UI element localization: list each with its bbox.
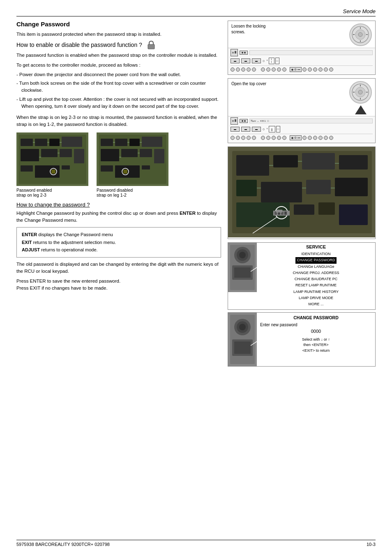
svg-rect-40 [123,170,127,174]
svg-rect-30 [154,149,164,163]
fraction-box-3: || [269,126,275,132]
bullet-item-2: Turn both lock screws on the side of the… [16,80,221,94]
svg-rect-26 [142,137,162,147]
open-dot-1 [231,136,235,140]
photo-grid: Password enabled strap on leg 2-3 [16,132,221,197]
footer-left: 5975938 BARCOREALITY 9200TCR+ 020798 [16,542,110,547]
dots-group-1 [231,67,256,72]
large-pcb-photo [228,147,376,237]
svg-rect-13 [62,165,70,170]
svg-rect-49 [235,51,236,53]
open-circle-svg [351,83,370,102]
dot-1 [231,67,235,72]
board-photo-inner-2 [97,132,168,186]
footer-right: 10-3 [367,542,376,547]
bar-indicator-2: ¹⁄₁₀₀ - 4 8 1 □ [249,118,373,123]
bullet-item-1: Power down the projector and disconnect … [16,71,221,78]
svg-rect-28 [121,149,138,157]
dot-4 [247,67,251,72]
open-dot-13 [313,136,317,140]
open-btn-1: ▬ [231,127,240,132]
dots-group-3 [302,67,333,72]
menu-item-change-password: CHANGE PASSWORD [295,257,337,263]
btn-1: ▬ [231,58,240,63]
svg-rect-5 [49,139,60,146]
open-dot-4 [247,136,251,140]
svg-rect-57 [232,120,234,122]
open-cover-right [349,81,372,114]
panel-switch-2 [231,117,238,125]
svg-rect-58 [235,119,236,122]
how-enable-title: How to enable or disable the password fu… [16,40,221,49]
svg-rect-10 [74,149,84,163]
svg-rect-11 [21,165,33,172]
section-intro: This item is password protected when the… [16,31,221,38]
projector-svg-pw [228,313,257,366]
open-circle [349,81,372,104]
arrow-up-icon [355,105,367,114]
svg-rect-12 [35,165,60,178]
open-dot-2 [236,136,240,140]
strap-info: When the strap is on leg 2-3 or no strap… [16,114,221,128]
open-cover-controls: ¹⁄₁₀₀ - 4 8 1 □ ▬ ▬ ▬ ○ ° || [228,116,375,143]
enter-new-label: Enter new password [260,323,372,327]
loosen-top-row: Loosen the locking screws. [228,21,375,48]
indicator-right: ⊙ ▪▪▪ [290,67,302,72]
menu-item-reset-lamp: RESET LAMP RUNTIME [260,282,372,288]
projector-photo-service [228,243,257,292]
svg-rect-62 [273,155,298,167]
dot-14 [318,67,323,72]
open-cover-top-row: Open the top cover [228,79,375,116]
pw-title: CHANGE PASSWORD [260,315,372,320]
svg-rect-6 [62,137,82,147]
dots-container: ⊙ ▪▪▪ [231,67,373,72]
board-photo-inner [16,132,88,186]
svg-rect-7 [21,149,39,161]
controls-row-2: ▬ ▬ ▬ ○ ° I | □ [231,58,373,64]
open-dot-11 [302,136,307,140]
pcb-svg-disabled [97,132,168,186]
caption-enabled: Password enabled strap on leg 2-3 [16,188,88,197]
bar-indicator [249,50,373,55]
svg-rect-24 [115,139,127,146]
loosen-circle-svg [351,26,370,44]
open-dot-14 [318,136,323,140]
svg-rect-9 [60,149,72,157]
fraction-box2: □ [275,58,279,64]
caption-disabled: Password disabled strap on leg 1-2 [97,188,168,197]
projector-photo-pw [228,313,257,366]
indicator-dots-2 [240,119,248,123]
board-photo-disabled [97,132,168,186]
svg-rect-68 [335,178,368,196]
svg-rect-65 [236,180,257,196]
info-box: ENTER displays the Change Password menu … [16,227,221,258]
loosen-controls: ▬ ▬ ▬ ○ ° I | □ [228,48,375,74]
svg-rect-4 [35,139,47,146]
menu-item-change-language: CHANGe LANGUAGe [260,264,372,270]
page-header: Service Mode [16,8,376,16]
svg-rect-86 [284,211,287,215]
open-controls-row-1: ¹⁄₁₀₀ - 4 8 1 □ [231,117,373,125]
lock-icon [145,40,157,49]
open-indicator-right: ⊙ ▪▪▪ [290,135,302,140]
projector-svg-service [228,243,257,292]
menu-item-identification: IDENTIFICATION [260,251,372,257]
open-controls-row-2: ▬ ▬ ▬ ○ ° || □ [231,126,373,132]
svg-rect-29 [140,149,152,157]
pcb-svg-enabled [16,132,88,186]
circle-indicator-2: ○ [263,127,265,131]
large-photo-box [228,146,376,239]
open-dot-9 [277,136,281,140]
service-menu-title: SERVICE [260,244,372,249]
dot-2 [236,67,240,72]
svg-rect-70 [294,204,314,215]
controls-row-1 [231,49,373,56]
service-wrapper: SERVICE IDENTIFICATION CHANGE PASSWORD C… [228,242,376,310]
dot-5 [252,67,256,72]
pw-wrapper: CHANGE PASSWORD Enter new password 0000 … [228,312,376,367]
svg-rect-23 [101,139,113,146]
left-column: Change Password This item is password pr… [16,21,221,367]
svg-point-92 [239,252,246,258]
open-dot-15 [324,136,328,140]
indicator-dots [240,51,248,55]
